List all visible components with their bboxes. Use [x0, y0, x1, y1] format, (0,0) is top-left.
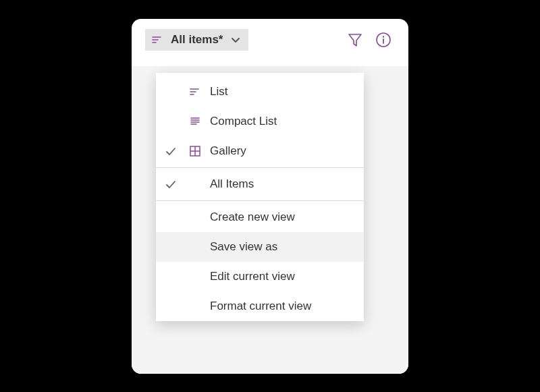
menu-item-label: Format current view	[210, 300, 311, 313]
compact-list-icon	[186, 115, 205, 128]
menu-item-compact-list[interactable]: Compact List	[156, 107, 364, 136]
view-dropdown: List Compact List	[156, 73, 364, 321]
gallery-icon	[186, 144, 205, 158]
menu-item-all-items[interactable]: All Items	[156, 169, 364, 199]
chevron-down-icon	[230, 34, 242, 46]
menu-divider	[156, 167, 364, 168]
menu-item-list[interactable]: List	[156, 77, 364, 107]
view-selector[interactable]: All items*	[145, 29, 248, 51]
menu-item-label: All Items	[210, 177, 254, 191]
list-icon	[186, 85, 205, 99]
filter-button[interactable]	[344, 28, 367, 51]
svg-point-4	[383, 36, 384, 37]
menu-item-label: List	[210, 85, 227, 99]
check-icon	[161, 145, 180, 157]
menu-divider	[156, 200, 364, 201]
menu-item-label: Compact List	[210, 115, 277, 128]
menu-item-label: Edit current view	[210, 270, 295, 283]
menu-item-label: Create new view	[210, 211, 295, 224]
info-button[interactable]	[372, 28, 395, 51]
list-icon	[151, 33, 164, 47]
filter-icon	[346, 31, 364, 49]
menu-item-label: Save view as	[210, 240, 277, 254]
info-icon	[375, 31, 392, 49]
menu-item-save-view-as[interactable]: Save view as	[156, 232, 364, 262]
menu-item-edit-view[interactable]: Edit current view	[156, 262, 364, 291]
check-icon	[161, 178, 180, 190]
menu-item-label: Gallery	[210, 144, 246, 158]
toolbar: All items*	[132, 19, 408, 59]
view-selector-label: All items*	[171, 33, 223, 47]
menu-item-format-view[interactable]: Format current view	[156, 291, 364, 321]
menu-item-create-view[interactable]: Create new view	[156, 202, 364, 232]
menu-item-gallery[interactable]: Gallery	[156, 136, 364, 166]
app-window: All items*	[132, 19, 408, 374]
